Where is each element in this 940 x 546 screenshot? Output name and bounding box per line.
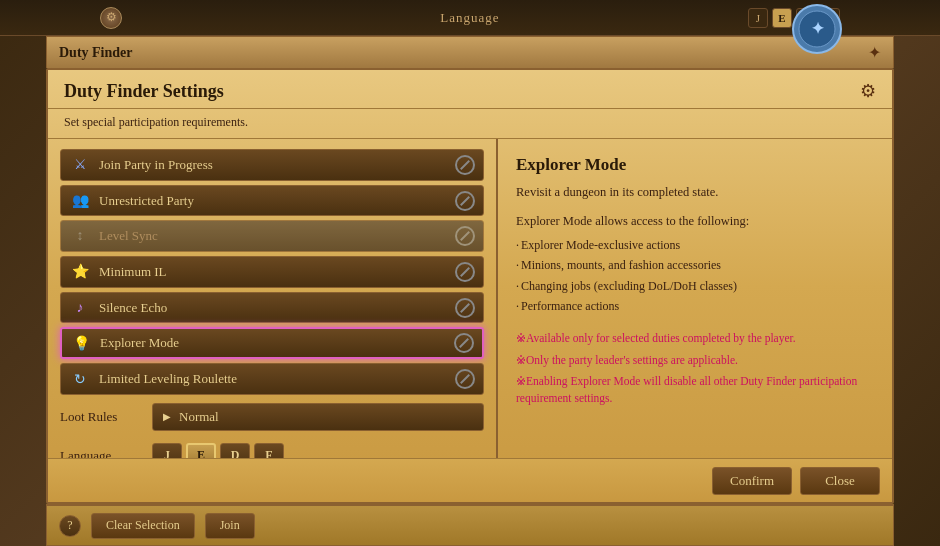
dialog-header: Duty Finder Settings ⚙ bbox=[48, 70, 892, 109]
person-icon: 👥 bbox=[69, 190, 91, 212]
lamp-icon: 💡 bbox=[70, 332, 92, 354]
no-entry-icon-6 bbox=[455, 369, 475, 389]
dialog-body: ⚔ Join Party in Progress 👥 Unrestricted … bbox=[48, 139, 892, 483]
svg-text:✦: ✦ bbox=[811, 20, 825, 37]
note-0: Available only for selected duties compl… bbox=[516, 330, 874, 347]
setting-row-explorer-mode[interactable]: 💡 Explorer Mode bbox=[60, 327, 484, 359]
right-panel-notes: Available only for selected duties compl… bbox=[516, 330, 874, 407]
sword-icon: ⚔ bbox=[69, 154, 91, 176]
sync-icon: ↕ bbox=[69, 225, 91, 247]
loot-rules-label: Loot Rules bbox=[60, 409, 140, 425]
setting-row-join-party[interactable]: ⚔ Join Party in Progress bbox=[60, 149, 484, 181]
list-item-0: Explorer Mode-exclusive actions bbox=[516, 235, 874, 255]
setting-row-left: 👥 Unrestricted Party bbox=[69, 190, 194, 212]
no-entry-icon-1 bbox=[455, 191, 475, 211]
bottom-bar: ? Clear Selection Join bbox=[46, 504, 894, 546]
no-entry-icon-3 bbox=[455, 262, 475, 282]
limited-leveling-label: Limited Leveling Roulette bbox=[99, 371, 237, 387]
no-entry-icon-0 bbox=[455, 155, 475, 175]
setting-row-left: ↻ Limited Leveling Roulette bbox=[69, 368, 237, 390]
right-panel: Explorer Mode Revisit a dungeon in its c… bbox=[498, 139, 892, 483]
setting-row-left: ↕ Level Sync bbox=[69, 225, 158, 247]
wrench-icon[interactable]: ⚙ bbox=[860, 80, 876, 102]
note-2: Enabling Explorer Mode will disable all … bbox=[516, 373, 874, 408]
no-entry-icon-4 bbox=[455, 298, 475, 318]
no-entry-icon-5 bbox=[454, 333, 474, 353]
top-emblem: ✦ bbox=[790, 2, 844, 56]
setting-row-left: ⚔ Join Party in Progress bbox=[69, 154, 213, 176]
list-item-3: Performance actions bbox=[516, 296, 874, 316]
setting-row-silence-echo[interactable]: ♪ Silence Echo bbox=[60, 292, 484, 324]
list-item-1: Minions, mounts, and fashion accessories bbox=[516, 255, 874, 275]
silence-echo-label: Silence Echo bbox=[99, 300, 167, 316]
right-panel-title: Explorer Mode bbox=[516, 155, 874, 175]
loot-arrow-icon: ▶ bbox=[163, 411, 171, 422]
join-button[interactable]: Join bbox=[205, 513, 255, 539]
right-panel-list: Explorer Mode-exclusive actions Minions,… bbox=[516, 235, 874, 317]
no-entry-icon-2 bbox=[455, 226, 475, 246]
loot-rules-row: Loot Rules ▶ Normal bbox=[60, 399, 484, 435]
lang-icon-e[interactable]: E bbox=[772, 8, 792, 28]
close-button[interactable]: Close bbox=[800, 467, 880, 495]
top-bar-language-label: Language bbox=[440, 10, 499, 26]
setting-row-limited-leveling[interactable]: ↻ Limited Leveling Roulette bbox=[60, 363, 484, 395]
note-1: Only the party leader's settings are app… bbox=[516, 352, 874, 369]
duty-finder-tab-title: Duty Finder bbox=[59, 45, 133, 61]
dialog-title: Duty Finder Settings bbox=[64, 81, 224, 102]
setting-row-minimum-il[interactable]: ⭐ Minimum IL bbox=[60, 256, 484, 288]
right-panel-section-title: Explorer Mode allows access to the follo… bbox=[516, 214, 874, 229]
confirm-button[interactable]: Confirm bbox=[712, 467, 792, 495]
list-item-2: Changing jobs (excluding DoL/DoH classes… bbox=[516, 276, 874, 296]
setting-row-unrestricted-party[interactable]: 👥 Unrestricted Party bbox=[60, 185, 484, 217]
setting-row-left: ⭐ Minimum IL bbox=[69, 261, 167, 283]
loot-selector[interactable]: ▶ Normal bbox=[152, 403, 484, 431]
level-sync-label: Level Sync bbox=[99, 228, 158, 244]
lang-icon-j[interactable]: J bbox=[748, 8, 768, 28]
help-button[interactable]: ? bbox=[59, 515, 81, 537]
loot-value: Normal bbox=[179, 409, 219, 425]
explorer-mode-label: Explorer Mode bbox=[100, 335, 179, 351]
right-panel-description: Revisit a dungeon in its completed state… bbox=[516, 183, 874, 202]
setting-row-left: ♪ Silence Echo bbox=[69, 297, 167, 319]
duty-finder-tab[interactable]: Duty Finder ✦ bbox=[46, 36, 894, 68]
dialog-subtitle: Set special participation requirements. bbox=[48, 109, 892, 139]
duty-finder-tab-icon: ✦ bbox=[868, 43, 881, 62]
star-icon: ⭐ bbox=[69, 261, 91, 283]
music-icon: ♪ bbox=[69, 297, 91, 319]
gear-icon[interactable]: ⚙ bbox=[100, 7, 122, 29]
setting-row-left: 💡 Explorer Mode bbox=[70, 332, 179, 354]
loop-icon: ↻ bbox=[69, 368, 91, 390]
unrestricted-party-label: Unrestricted Party bbox=[99, 193, 194, 209]
dialog-footer: Confirm Close bbox=[48, 458, 892, 502]
duty-finder-dialog: Duty Finder Settings ⚙ Set special parti… bbox=[46, 68, 894, 504]
minimum-il-label: Minimum IL bbox=[99, 264, 167, 280]
left-panel: ⚔ Join Party in Progress 👥 Unrestricted … bbox=[48, 139, 498, 483]
clear-selection-button[interactable]: Clear Selection bbox=[91, 513, 195, 539]
join-party-label: Join Party in Progress bbox=[99, 157, 213, 173]
setting-row-level-sync[interactable]: ↕ Level Sync bbox=[60, 220, 484, 252]
